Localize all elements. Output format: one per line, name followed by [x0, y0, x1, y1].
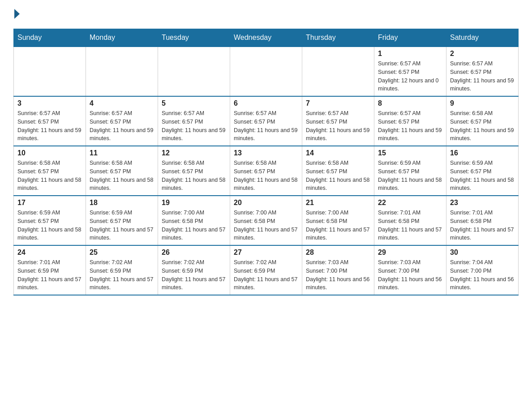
calendar-cell — [86, 47, 158, 96]
day-number: 30 — [450, 248, 515, 257]
day-info: Sunrise: 7:02 AMSunset: 6:59 PMDaylight:… — [162, 258, 226, 292]
calendar-week-3: 10Sunrise: 6:58 AMSunset: 6:57 PMDayligh… — [14, 146, 519, 196]
day-number: 1 — [378, 50, 442, 58]
day-number: 7 — [306, 99, 370, 107]
day-number: 5 — [162, 99, 226, 107]
calendar-cell: 5Sunrise: 6:57 AMSunset: 6:57 PMDaylight… — [158, 96, 230, 146]
calendar-cell: 3Sunrise: 6:57 AMSunset: 6:57 PMDaylight… — [14, 96, 86, 146]
day-number: 12 — [162, 149, 226, 157]
calendar-header-wednesday: Wednesday — [230, 29, 302, 47]
calendar-cell: 22Sunrise: 7:01 AMSunset: 6:58 PMDayligh… — [374, 196, 446, 245]
calendar-cell: 21Sunrise: 7:00 AMSunset: 6:58 PMDayligh… — [302, 196, 374, 245]
calendar-cell: 16Sunrise: 6:59 AMSunset: 6:57 PMDayligh… — [446, 146, 519, 196]
calendar-cell: 23Sunrise: 7:01 AMSunset: 6:58 PMDayligh… — [446, 196, 519, 245]
calendar-cell: 27Sunrise: 7:02 AMSunset: 6:59 PMDayligh… — [230, 245, 302, 295]
calendar-header-thursday: Thursday — [302, 29, 374, 47]
calendar-cell — [14, 47, 86, 96]
day-number: 23 — [450, 199, 515, 207]
day-info: Sunrise: 6:57 AMSunset: 6:57 PMDaylight:… — [90, 109, 154, 143]
calendar-week-5: 24Sunrise: 7:01 AMSunset: 6:59 PMDayligh… — [14, 245, 519, 295]
logo — [13, 9, 20, 20]
day-info: Sunrise: 6:59 AMSunset: 6:57 PMDaylight:… — [90, 209, 154, 242]
day-info: Sunrise: 7:01 AMSunset: 6:58 PMDaylight:… — [450, 209, 515, 242]
calendar-header-saturday: Saturday — [446, 29, 519, 47]
calendar-cell: 6Sunrise: 6:57 AMSunset: 6:57 PMDaylight… — [230, 96, 302, 146]
day-info: Sunrise: 6:57 AMSunset: 6:57 PMDaylight:… — [17, 109, 82, 143]
calendar-cell: 15Sunrise: 6:59 AMSunset: 6:57 PMDayligh… — [374, 146, 446, 196]
calendar-cell: 17Sunrise: 6:59 AMSunset: 6:57 PMDayligh… — [14, 196, 86, 245]
day-info: Sunrise: 6:57 AMSunset: 6:57 PMDaylight:… — [378, 60, 442, 93]
day-info: Sunrise: 6:59 AMSunset: 6:57 PMDaylight:… — [378, 159, 442, 193]
day-number: 4 — [90, 99, 154, 107]
calendar-header-tuesday: Tuesday — [158, 29, 230, 47]
day-info: Sunrise: 6:58 AMSunset: 6:57 PMDaylight:… — [234, 159, 298, 193]
calendar-cell: 4Sunrise: 6:57 AMSunset: 6:57 PMDaylight… — [86, 96, 158, 146]
day-info: Sunrise: 7:03 AMSunset: 7:00 PMDaylight:… — [306, 258, 370, 292]
calendar-cell: 13Sunrise: 6:58 AMSunset: 6:57 PMDayligh… — [230, 146, 302, 196]
day-info: Sunrise: 7:00 AMSunset: 6:58 PMDaylight:… — [306, 209, 370, 242]
day-info: Sunrise: 7:03 AMSunset: 7:00 PMDaylight:… — [378, 258, 442, 292]
calendar-header-sunday: Sunday — [14, 29, 86, 47]
calendar-week-1: 1Sunrise: 6:57 AMSunset: 6:57 PMDaylight… — [14, 47, 519, 96]
calendar-cell — [302, 47, 374, 96]
day-number: 29 — [378, 248, 442, 257]
day-number: 22 — [378, 199, 442, 207]
day-number: 28 — [306, 248, 370, 257]
calendar-cell: 8Sunrise: 6:57 AMSunset: 6:57 PMDaylight… — [374, 96, 446, 146]
day-number: 10 — [17, 149, 82, 157]
calendar-cell: 1Sunrise: 6:57 AMSunset: 6:57 PMDaylight… — [374, 47, 446, 96]
day-number: 26 — [162, 248, 226, 257]
day-info: Sunrise: 6:58 AMSunset: 6:57 PMDaylight:… — [90, 159, 154, 193]
day-number: 3 — [17, 99, 82, 107]
calendar-cell: 19Sunrise: 7:00 AMSunset: 6:58 PMDayligh… — [158, 196, 230, 245]
day-info: Sunrise: 6:57 AMSunset: 6:57 PMDaylight:… — [450, 60, 515, 93]
day-number: 15 — [378, 149, 442, 157]
calendar-week-2: 3Sunrise: 6:57 AMSunset: 6:57 PMDaylight… — [14, 96, 519, 146]
day-info: Sunrise: 6:58 AMSunset: 6:57 PMDaylight:… — [162, 159, 226, 193]
day-info: Sunrise: 6:57 AMSunset: 6:57 PMDaylight:… — [234, 109, 298, 143]
day-info: Sunrise: 7:02 AMSunset: 6:59 PMDaylight:… — [234, 258, 298, 292]
calendar-header-friday: Friday — [374, 29, 446, 47]
day-number: 13 — [234, 149, 298, 157]
logo-triangle-icon — [14, 9, 20, 19]
day-number: 16 — [450, 149, 515, 157]
calendar-cell: 9Sunrise: 6:58 AMSunset: 6:57 PMDaylight… — [446, 96, 519, 146]
day-number: 2 — [450, 50, 515, 58]
day-info: Sunrise: 7:00 AMSunset: 6:58 PMDaylight:… — [162, 209, 226, 242]
calendar-header-monday: Monday — [86, 29, 158, 47]
calendar-cell: 2Sunrise: 6:57 AMSunset: 6:57 PMDaylight… — [446, 47, 519, 96]
day-info: Sunrise: 6:58 AMSunset: 6:57 PMDaylight:… — [17, 159, 82, 193]
day-number: 24 — [17, 248, 82, 257]
day-number: 19 — [162, 199, 226, 207]
day-info: Sunrise: 7:01 AMSunset: 6:58 PMDaylight:… — [378, 209, 442, 242]
day-number: 8 — [378, 99, 442, 107]
day-info: Sunrise: 6:59 AMSunset: 6:57 PMDaylight:… — [17, 209, 82, 242]
calendar-cell: 18Sunrise: 6:59 AMSunset: 6:57 PMDayligh… — [86, 196, 158, 245]
calendar-cell — [230, 47, 302, 96]
calendar-cell: 14Sunrise: 6:58 AMSunset: 6:57 PMDayligh… — [302, 146, 374, 196]
calendar-cell: 25Sunrise: 7:02 AMSunset: 6:59 PMDayligh… — [86, 245, 158, 295]
day-number: 6 — [234, 99, 298, 107]
calendar-cell: 24Sunrise: 7:01 AMSunset: 6:59 PMDayligh… — [14, 245, 86, 295]
calendar-cell: 28Sunrise: 7:03 AMSunset: 7:00 PMDayligh… — [302, 245, 374, 295]
day-number: 20 — [234, 199, 298, 207]
calendar-cell: 30Sunrise: 7:04 AMSunset: 7:00 PMDayligh… — [446, 245, 519, 295]
day-number: 17 — [17, 199, 82, 207]
calendar-cell: 29Sunrise: 7:03 AMSunset: 7:00 PMDayligh… — [374, 245, 446, 295]
day-number: 27 — [234, 248, 298, 257]
day-info: Sunrise: 6:57 AMSunset: 6:57 PMDaylight:… — [306, 109, 370, 143]
day-info: Sunrise: 6:58 AMSunset: 6:57 PMDaylight:… — [450, 109, 515, 143]
calendar-cell: 7Sunrise: 6:57 AMSunset: 6:57 PMDaylight… — [302, 96, 374, 146]
day-number: 9 — [450, 99, 515, 107]
day-info: Sunrise: 7:00 AMSunset: 6:58 PMDaylight:… — [234, 209, 298, 242]
calendar-cell: 11Sunrise: 6:58 AMSunset: 6:57 PMDayligh… — [86, 146, 158, 196]
calendar-cell: 10Sunrise: 6:58 AMSunset: 6:57 PMDayligh… — [14, 146, 86, 196]
calendar-cell: 12Sunrise: 6:58 AMSunset: 6:57 PMDayligh… — [158, 146, 230, 196]
calendar-table: SundayMondayTuesdayWednesdayThursdayFrid… — [13, 29, 519, 295]
calendar-week-4: 17Sunrise: 6:59 AMSunset: 6:57 PMDayligh… — [14, 196, 519, 245]
day-info: Sunrise: 6:58 AMSunset: 6:57 PMDaylight:… — [306, 159, 370, 193]
day-info: Sunrise: 6:57 AMSunset: 6:57 PMDaylight:… — [378, 109, 442, 143]
day-number: 25 — [90, 248, 154, 257]
calendar-cell: 20Sunrise: 7:00 AMSunset: 6:58 PMDayligh… — [230, 196, 302, 245]
day-info: Sunrise: 7:01 AMSunset: 6:59 PMDaylight:… — [17, 258, 82, 292]
